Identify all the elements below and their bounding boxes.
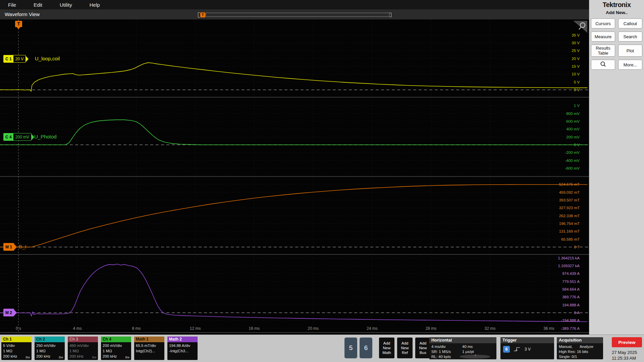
trigger-panel[interactable]: Trigger 6 3 V [500, 337, 554, 359]
math-badge-id: M 1 [4, 243, 14, 250]
zoom-corner-icon[interactable] [573, 21, 587, 34]
add-new-buttons: Add New MathAdd New RefAdd New Bus [379, 338, 431, 358]
channel-badge-ch4[interactable]: C 4 200 mV [3, 133, 32, 141]
channel-card-ch-1[interactable]: Ch 15 V/div1 MΩ200 kHzBᴡ [1, 337, 32, 360]
channel-card-body: 450 mV/div1 MΩ200 kHzBᴡ [68, 342, 98, 360]
scale-label-m1: 459.092 mT [540, 190, 584, 195]
scale-label-m1: 131.169 mT [540, 229, 584, 234]
trigger-flag-icon[interactable]: T [15, 21, 22, 27]
sidebar-button-plot[interactable]: Plot [618, 45, 642, 57]
sidebar-button-measure[interactable]: Measure [591, 32, 615, 42]
channel-setting: 65.5 mT/div [136, 343, 163, 348]
add-new-ref-button[interactable]: Add New Ref [397, 338, 413, 358]
trace-label-ch1: U_loop,coil [35, 56, 60, 61]
add-new-button-grid: CursorsCalloutMeasureSearchResults Table… [589, 18, 644, 70]
time-label-4-ms: 4 ms [73, 326, 82, 331]
channel-5-button[interactable]: 5 [344, 338, 357, 358]
preview-button[interactable]: Preview [612, 337, 642, 347]
channel-badge-ch1[interactable]: C 1 20 V [3, 55, 26, 63]
bandwidth-limit-icon: Bᴡ [59, 355, 63, 360]
horizontal-window: 40 ms [462, 344, 473, 349]
bandwidth-limit-icon: Bᴡ [25, 355, 30, 360]
time-label-36-ms: 36 ms [543, 326, 554, 331]
time-label-8-ms: 8 ms [132, 326, 141, 331]
channel-card-title: Ch 1 [1, 337, 32, 342]
channel-card-body: 194.88 A/div-Intg(Ch3... [167, 342, 198, 354]
waveform-canvas [0, 19, 589, 335]
channel-setting: -Intg(Ch3... [169, 348, 196, 354]
scale-label-m2: 0 A [540, 310, 584, 315]
channel-setting: 250 mV/div [36, 343, 63, 348]
scale-label-m2: 974.439 A [540, 271, 584, 276]
channel-setting: 194.88 A/div [169, 343, 196, 348]
horizontal-panel-title: Horizontal [429, 337, 496, 343]
channel-card-ch-4[interactable]: Ch 4200 mV/div1 MΩ200 kHzBᴡ [101, 337, 131, 360]
channel-card-title: Math 2 [167, 337, 198, 342]
scale-label-m2: 779.551 A [540, 279, 584, 284]
channel-card-title: Ch 2 [35, 337, 65, 342]
sidebar-button-more[interactable]: More... [618, 60, 642, 70]
menu-file[interactable]: File [8, 2, 16, 8]
date-text: 27 May 2025 [612, 350, 637, 355]
channel-setting: 1 MΩ [3, 348, 30, 354]
scale-label-ch4: -400 mV [540, 158, 584, 163]
scale-label-m2: -194.888 A [540, 318, 584, 323]
horizontal-pan-bar[interactable]: T [198, 12, 391, 17]
time-label-32-ms: 32 ms [484, 326, 495, 331]
channel-card-ch-3[interactable]: Ch 3450 mV/div1 MΩ200 kHzBᴡ [68, 337, 98, 360]
channel-setting: 1 MΩ [69, 348, 96, 354]
horizontal-gauge-icon [460, 355, 490, 359]
channel-card-math-1[interactable]: Math 165.5 mT/divIntg(Ch2)... [134, 337, 164, 360]
scale-label-m1: 524.676 mT [540, 182, 584, 187]
pan-trigger-marker[interactable]: T [200, 12, 205, 17]
tektronix-logo: Tektronix [589, 1, 644, 9]
acquisition-analyze: Analyze [580, 344, 593, 349]
channel-6-button[interactable]: 6 [360, 338, 372, 358]
badge-arrow-icon [31, 134, 34, 140]
channel-card-ch-2[interactable]: Ch 2250 mV/div1 MΩ200 kHzBᴡ [35, 337, 65, 360]
rising-edge-icon [513, 346, 522, 352]
math-badge-m1[interactable]: M 1 [3, 243, 14, 251]
scale-label-m2: 1.364215 kA [540, 256, 584, 260]
acquisition-resolution: High Res: 16 bits [559, 349, 601, 354]
channel-setting: Intg(Ch2)... [136, 348, 163, 354]
channel-card-body: 200 mV/div1 MΩ200 kHzBᴡ [101, 342, 131, 360]
channel-card-title: Ch 4 [101, 337, 131, 342]
menu-utility[interactable]: Utility [60, 2, 72, 8]
sidebar-button-cursors[interactable]: Cursors [591, 18, 615, 28]
channel-setting: 200 mV/div [103, 343, 129, 348]
trace-m2 [0, 264, 587, 322]
menu-help[interactable]: Help [90, 2, 100, 8]
channel-badge-id: C 4 [4, 133, 13, 140]
sidebar-button-callout[interactable]: Callout [618, 18, 642, 28]
sidebar-button-results-table[interactable]: Results Table [591, 45, 615, 57]
acquisition-panel[interactable]: Acquisition Manual, Analyze High Res: 16… [557, 337, 603, 359]
waveform-display[interactable]: T C 1 20 V U_loop,coil C 4 200 mV U_Phot… [0, 19, 589, 335]
time-text: 11:25:33 AM [612, 355, 637, 361]
horizontal-panel[interactable]: Horizontal 4 ms/div 40 ms SR: 1 MS/s 1 μ… [429, 337, 496, 359]
add-new-bus-button[interactable]: Add New Bus [415, 338, 431, 358]
scale-label-m1: 0 T [540, 245, 584, 249]
bandwidth-limit-icon: Bᴡ [125, 355, 129, 360]
sidebar-button-search[interactable]: Search [618, 32, 642, 42]
scale-label-ch1: 30 V [540, 41, 584, 45]
scale-label-m2: 1.169327 kA [540, 263, 584, 268]
pan-track[interactable] [206, 13, 389, 17]
math-badge-id: M 2 [4, 309, 14, 316]
scale-label-ch1: 15 V [540, 64, 584, 69]
datetime-display: 27 May 2025 11:25:33 AM [612, 350, 637, 361]
scale-label-ch1: 10 V [540, 72, 584, 76]
scale-label-ch4: -200 mV [540, 150, 584, 155]
badge-arrow-icon [14, 309, 17, 316]
sample-interval: 1 μs/pt [462, 349, 474, 354]
math-badge-m2[interactable]: M 2 [3, 309, 14, 316]
menu-edit[interactable]: Edit [34, 2, 42, 8]
badge-arrow-icon [25, 56, 29, 62]
channel-setting: 5 V/div [3, 343, 30, 348]
scale-label-ch4: -600 mV [540, 166, 584, 171]
add-new-math-button[interactable]: Add New Math [379, 338, 394, 358]
sidebar-zoom-button[interactable] [591, 60, 615, 70]
pan-left-bracket [198, 12, 200, 17]
add-new-heading: Add New.. [589, 10, 644, 15]
channel-card-math-2[interactable]: Math 2194.88 A/div-Intg(Ch3... [167, 337, 198, 360]
